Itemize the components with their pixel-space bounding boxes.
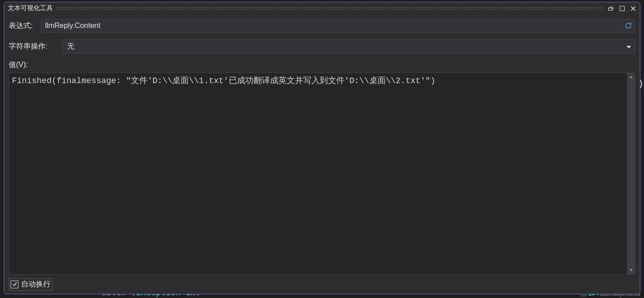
svg-rect-0 <box>609 8 612 11</box>
dialog-content: 表达式: 字符串操作: 无 值(V): Finished(final <box>4 14 640 294</box>
restore-down-button[interactable] <box>606 4 616 12</box>
expression-input[interactable] <box>41 19 621 33</box>
vertical-scrollbar[interactable] <box>627 73 635 274</box>
value-textbox[interactable]: Finished(finalmessage: "文件'D:\\桌面\\1.txt… <box>9 73 635 275</box>
maximize-button[interactable] <box>617 4 627 12</box>
refresh-button[interactable] <box>621 19 635 33</box>
dropdown-selected-value: 无 <box>67 42 74 51</box>
scrollbar-track[interactable] <box>627 81 635 266</box>
scroll-up-button[interactable] <box>627 73 635 81</box>
string-ops-row: 字符串操作: 无 <box>9 39 635 54</box>
titlebar-buttons <box>606 4 638 12</box>
string-ops-dropdown[interactable]: 无 <box>62 39 635 54</box>
svg-rect-1 <box>620 6 624 11</box>
value-label: 值(V): <box>9 60 635 70</box>
dialog-title: 文本可视化工具 <box>8 4 53 12</box>
text-visualizer-dialog: 文本可视化工具 表达式: <box>4 2 640 294</box>
wrap-checkbox[interactable]: 自动换行 <box>10 279 51 290</box>
close-button[interactable] <box>628 4 638 12</box>
titlebar[interactable]: 文本可视化工具 <box>4 2 640 14</box>
value-text[interactable]: Finished(finalmessage: "文件'D:\\桌面\\1.txt… <box>9 73 627 274</box>
dialog-footer: 自动换行 <box>9 275 635 291</box>
wrap-checkbox-label: 自动换行 <box>21 280 51 289</box>
expression-row: 表达式: <box>9 19 635 33</box>
checkbox-box[interactable] <box>11 281 18 288</box>
scroll-down-button[interactable] <box>627 266 635 274</box>
titlebar-dots[interactable] <box>56 6 603 10</box>
string-ops-label: 字符串操作: <box>9 42 62 51</box>
expression-label: 表达式: <box>9 21 41 31</box>
chevron-down-icon <box>627 42 631 51</box>
